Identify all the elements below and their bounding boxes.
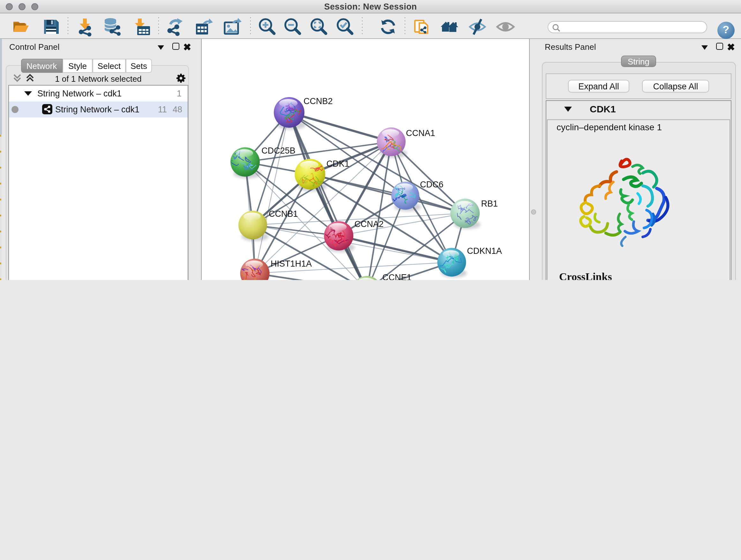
svg-text:CDC25B: CDC25B [261,146,295,155]
svg-text:CDC6: CDC6 [420,180,444,189]
svg-text:CCNB2: CCNB2 [304,97,333,106]
svg-text:CCNB1: CCNB1 [269,209,298,219]
svg-text:CDK1: CDK1 [327,159,349,169]
svg-text:CCNA1: CCNA1 [406,128,435,138]
svg-text:CCNE1: CCNE1 [382,273,412,280]
svg-text:RB1: RB1 [481,199,498,208]
svg-text:HIST1H1A: HIST1H1A [271,259,312,268]
svg-text:CCNA2: CCNA2 [354,219,384,229]
svg-text:CDKN1A: CDKN1A [467,246,502,256]
